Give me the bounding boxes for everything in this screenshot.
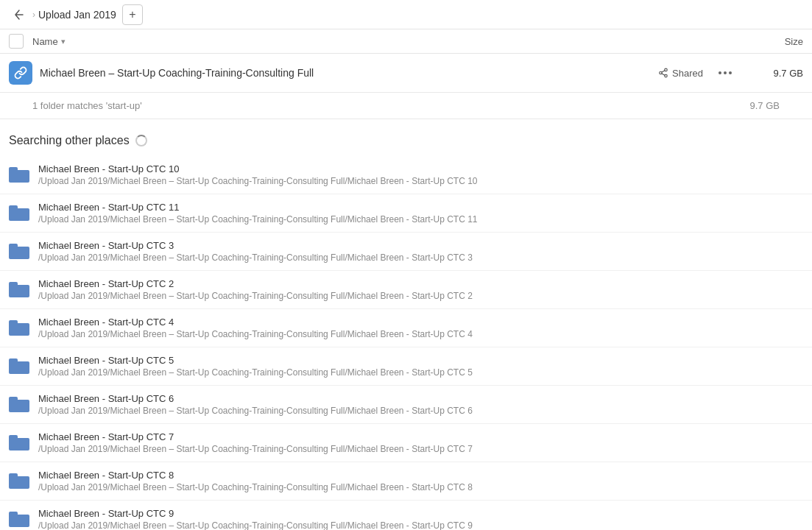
main-result-size: 9.7 GB: [744, 68, 803, 79]
result-info: Michael Breen - Start-Up CTC 11 /Upload …: [38, 202, 478, 225]
other-places-header: Searching other places: [0, 119, 812, 156]
result-name: Michael Breen - Start-Up CTC 10: [38, 163, 478, 174]
add-icon: +: [129, 8, 135, 21]
folder-icon: [9, 320, 29, 336]
result-path: /Upload Jan 2019/Michael Breen – Start-U…: [38, 444, 473, 454]
folder-icon: [9, 512, 29, 528]
result-item[interactable]: Michael Breen - Start-Up CTC 2 /Upload J…: [0, 271, 812, 309]
add-button[interactable]: +: [122, 4, 143, 25]
folder-icon: [9, 397, 29, 413]
folder-icon: [9, 282, 29, 298]
result-info: Michael Breen - Start-Up CTC 5 /Upload J…: [38, 355, 473, 378]
result-info: Michael Breen - Start-Up CTC 3 /Upload J…: [38, 240, 473, 263]
folder-icon: [9, 473, 29, 490]
other-places-results: Michael Breen - Start-Up CTC 10 /Upload …: [0, 156, 812, 530]
result-info: Michael Breen - Start-Up CTC 8 /Upload J…: [38, 470, 473, 492]
share-icon: [658, 68, 668, 78]
main-result-row[interactable]: Michael Breen – Start-Up Coaching-Traini…: [0, 54, 812, 93]
more-icon: [719, 71, 732, 74]
result-name: Michael Breen - Start-Up CTC 11: [38, 202, 478, 213]
sort-icon: ▾: [61, 37, 66, 46]
result-info: Michael Breen - Start-Up CTC 6 /Upload J…: [38, 393, 473, 416]
name-column-header[interactable]: Name ▾: [32, 36, 744, 47]
back-button[interactable]: [9, 4, 29, 25]
match-summary-text: 1 folder matches 'start-up': [32, 100, 142, 111]
result-info: Michael Breen - Start-Up CTC 4 /Upload J…: [38, 317, 473, 339]
result-name: Michael Breen - Start-Up CTC 7: [38, 431, 473, 442]
more-options-button[interactable]: [715, 63, 735, 83]
svg-line-3: [662, 74, 665, 75]
svg-line-4: [662, 71, 665, 72]
folder-icon: [9, 435, 29, 451]
result-item[interactable]: Michael Breen - Start-Up CTC 11 /Upload …: [0, 194, 812, 233]
column-headers: Name ▾ Size: [0, 29, 812, 54]
result-item[interactable]: Michael Breen - Start-Up CTC 7 /Upload J…: [0, 424, 812, 462]
result-path: /Upload Jan 2019/Michael Breen – Start-U…: [38, 482, 473, 492]
result-item[interactable]: Michael Breen - Start-Up CTC 3 /Upload J…: [0, 233, 812, 271]
svg-point-5: [719, 71, 721, 74]
result-info: Michael Breen - Start-Up CTC 10 /Upload …: [38, 163, 478, 186]
result-path: /Upload Jan 2019/Michael Breen – Start-U…: [38, 520, 473, 530]
shared-badge: Shared: [658, 68, 703, 79]
result-info: Michael Breen - Start-Up CTC 7 /Upload J…: [38, 431, 473, 454]
breadcrumb-separator: ›: [32, 10, 35, 20]
result-path: /Upload Jan 2019/Michael Breen – Start-U…: [38, 252, 473, 263]
main-result-name: Michael Breen – Start-Up Coaching-Traini…: [40, 67, 658, 79]
result-item[interactable]: Michael Breen - Start-Up CTC 5 /Upload J…: [0, 347, 812, 386]
other-places-title: Searching other places: [9, 134, 130, 147]
folder-icon: [9, 205, 29, 222]
shared-label: Shared: [672, 68, 703, 79]
svg-point-7: [729, 71, 732, 74]
result-item[interactable]: Michael Breen - Start-Up CTC 10 /Upload …: [0, 156, 812, 194]
result-name: Michael Breen - Start-Up CTC 8: [38, 470, 473, 481]
result-info: Michael Breen - Start-Up CTC 9 /Upload J…: [38, 508, 473, 530]
match-summary: 1 folder matches 'start-up' 9.7 GB: [0, 93, 812, 119]
result-info: Michael Breen - Start-Up CTC 2 /Upload J…: [38, 278, 473, 301]
result-path: /Upload Jan 2019/Michael Breen – Start-U…: [38, 329, 473, 339]
result-path: /Upload Jan 2019/Michael Breen – Start-U…: [38, 406, 473, 416]
result-name: Michael Breen - Start-Up CTC 6: [38, 393, 473, 404]
folder-icon: [9, 358, 29, 375]
result-name: Michael Breen - Start-Up CTC 2: [38, 278, 473, 289]
result-item[interactable]: Michael Breen - Start-Up CTC 6 /Upload J…: [0, 386, 812, 424]
breadcrumb-title[interactable]: Upload Jan 2019: [38, 9, 116, 21]
select-all-checkbox[interactable]: [9, 34, 24, 49]
result-item[interactable]: Michael Breen - Start-Up CTC 4 /Upload J…: [0, 309, 812, 347]
result-item[interactable]: Michael Breen - Start-Up CTC 8 /Upload J…: [0, 462, 812, 501]
result-path: /Upload Jan 2019/Michael Breen – Start-U…: [38, 291, 473, 301]
header: › Upload Jan 2019 +: [0, 0, 812, 29]
result-item[interactable]: Michael Breen - Start-Up CTC 9 /Upload J…: [0, 501, 812, 530]
size-column-header[interactable]: Size: [744, 36, 803, 47]
result-name: Michael Breen - Start-Up CTC 5: [38, 355, 473, 366]
name-column-label: Name: [32, 36, 58, 47]
result-path: /Upload Jan 2019/Michael Breen – Start-U…: [38, 176, 478, 186]
result-path: /Upload Jan 2019/Michael Breen – Start-U…: [38, 367, 473, 378]
match-summary-size: 9.7 GB: [750, 100, 780, 111]
link-icon: [9, 61, 32, 85]
result-name: Michael Breen - Start-Up CTC 3: [38, 240, 473, 251]
result-name: Michael Breen - Start-Up CTC 9: [38, 508, 473, 519]
result-name: Michael Breen - Start-Up CTC 4: [38, 317, 473, 328]
svg-point-6: [724, 71, 727, 74]
result-path: /Upload Jan 2019/Michael Breen – Start-U…: [38, 214, 478, 225]
folder-icon: [9, 244, 29, 260]
loading-spinner: [135, 135, 147, 146]
folder-icon: [9, 167, 29, 183]
